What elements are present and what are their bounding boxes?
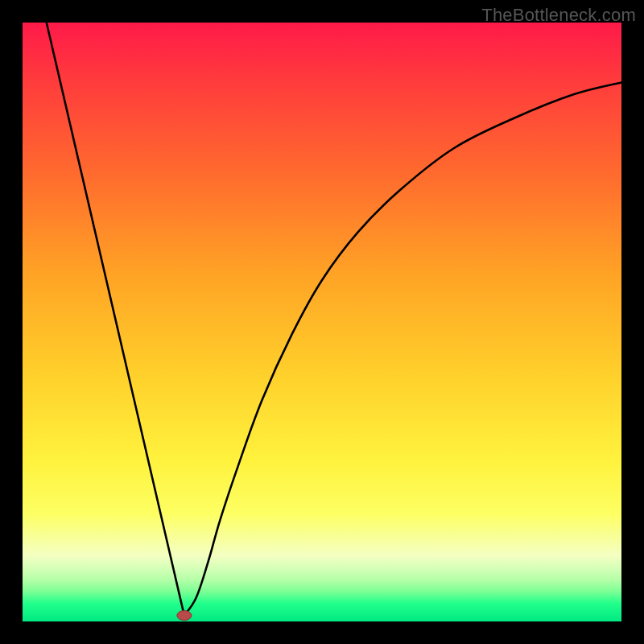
min-marker [177,611,192,621]
curve-group [47,23,621,616]
curve-left-branch [47,23,184,616]
curve-right-branch [184,82,621,615]
watermark-text: TheBottleneck.com [481,5,636,26]
chart-frame: TheBottleneck.com [0,0,644,644]
plot-area [23,23,621,621]
chart-svg [23,23,621,621]
